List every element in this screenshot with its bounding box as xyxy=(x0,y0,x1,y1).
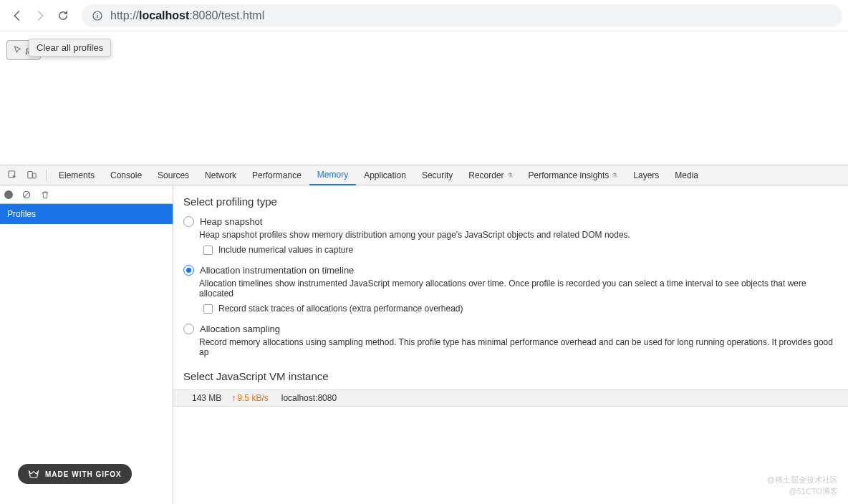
tab-layers[interactable]: Layers xyxy=(625,165,667,185)
vm-heading: Select JavaScript VM instance xyxy=(173,370,848,382)
record-icon[interactable] xyxy=(4,190,13,199)
svg-rect-2 xyxy=(97,13,97,14)
svg-rect-5 xyxy=(33,173,36,178)
tab-memory[interactable]: Memory xyxy=(309,165,356,185)
checkbox-label: Record stack traces of allocations (extr… xyxy=(218,304,463,314)
option-desc: Record memory allocations using sampling… xyxy=(199,337,838,357)
tab-performance[interactable]: Performance xyxy=(244,165,309,185)
forward-button[interactable] xyxy=(29,4,52,27)
inspect-element-icon[interactable] xyxy=(3,170,22,180)
tab-network[interactable]: Network xyxy=(197,165,244,185)
svg-rect-1 xyxy=(97,15,97,18)
checkbox-stack-traces[interactable] xyxy=(203,304,213,314)
vm-rate: ↑9.5 kB/s xyxy=(231,393,268,403)
reload-button[interactable] xyxy=(52,4,74,27)
option-allocation-timeline[interactable]: Allocation instrumentation on timeline A… xyxy=(183,265,838,314)
clear-icon[interactable] xyxy=(21,190,32,200)
vm-instance-row[interactable]: 143 MB ↑9.5 kB/s localhost:8080 xyxy=(173,389,848,407)
browser-toolbar: http://localhost:8080/test.html xyxy=(0,0,848,32)
devtools-sidebar: Profiles xyxy=(0,185,173,504)
info-icon xyxy=(92,10,103,21)
radio-allocation-timeline[interactable] xyxy=(183,265,194,276)
option-label: Heap snapshot xyxy=(200,216,262,227)
flask-icon: ⚗ xyxy=(507,172,513,179)
option-allocation-sampling[interactable]: Allocation sampling Record memory alloca… xyxy=(183,324,838,357)
tab-security[interactable]: Security xyxy=(414,165,461,185)
memory-toolbar xyxy=(0,185,173,204)
tab-console[interactable]: Console xyxy=(102,165,150,185)
device-toolbar-icon[interactable] xyxy=(22,170,42,180)
option-desc: Allocation timelines show instrumented J… xyxy=(199,278,838,299)
back-button[interactable] xyxy=(6,4,29,27)
gifox-icon xyxy=(28,470,39,478)
tooltip: Clear all profiles xyxy=(29,39,111,57)
vm-size: 143 MB xyxy=(192,393,221,403)
devtools-main: Select profiling type Heap snapshot Heap… xyxy=(173,185,848,504)
tab-media[interactable]: Media xyxy=(667,165,706,185)
tab-elements[interactable]: Elements xyxy=(51,165,102,185)
tab-recorder[interactable]: Recorder⚗ xyxy=(461,165,520,185)
cursor-icon xyxy=(13,45,23,55)
gifox-badge: MADE WITH GIFOX xyxy=(18,464,132,484)
radio-allocation-sampling[interactable] xyxy=(183,324,194,334)
devtools-tabbar: Elements Console Sources Network Perform… xyxy=(0,165,848,185)
page-viewport: 点 Clear all profiles xyxy=(0,32,848,165)
trash-icon[interactable] xyxy=(40,190,50,200)
svg-rect-4 xyxy=(28,172,32,178)
tab-performance-insights[interactable]: Performance insights⚗ xyxy=(521,165,626,185)
flask-icon: ⚗ xyxy=(612,172,617,179)
up-arrow-icon: ↑ xyxy=(231,393,236,403)
url-bar[interactable]: http://localhost:8080/test.html xyxy=(82,4,842,27)
tab-application[interactable]: Application xyxy=(356,165,414,185)
tab-sources[interactable]: Sources xyxy=(150,165,197,185)
profiling-type-heading: Select profiling type xyxy=(183,195,838,208)
checkbox-numerical-values[interactable] xyxy=(203,246,213,255)
option-heap-snapshot[interactable]: Heap snapshot Heap snapshot profiles sho… xyxy=(183,216,838,255)
devtools-panel: Elements Console Sources Network Perform… xyxy=(0,165,848,504)
sidebar-item-profiles[interactable]: Profiles xyxy=(0,204,173,224)
vm-host: localhost:8080 xyxy=(281,393,337,403)
svg-line-7 xyxy=(24,192,29,197)
option-label: Allocation sampling xyxy=(200,324,280,334)
option-label: Allocation instrumentation on timeline xyxy=(200,265,354,276)
option-desc: Heap snapshot profiles show memory distr… xyxy=(199,230,838,240)
checkbox-label: Include numerical values in capture xyxy=(218,245,353,255)
radio-heap-snapshot[interactable] xyxy=(183,216,194,227)
watermark: @稀土掘金技术社区 @51CTO博客 xyxy=(767,475,838,497)
url-text: http://localhost:8080/test.html xyxy=(110,9,264,22)
